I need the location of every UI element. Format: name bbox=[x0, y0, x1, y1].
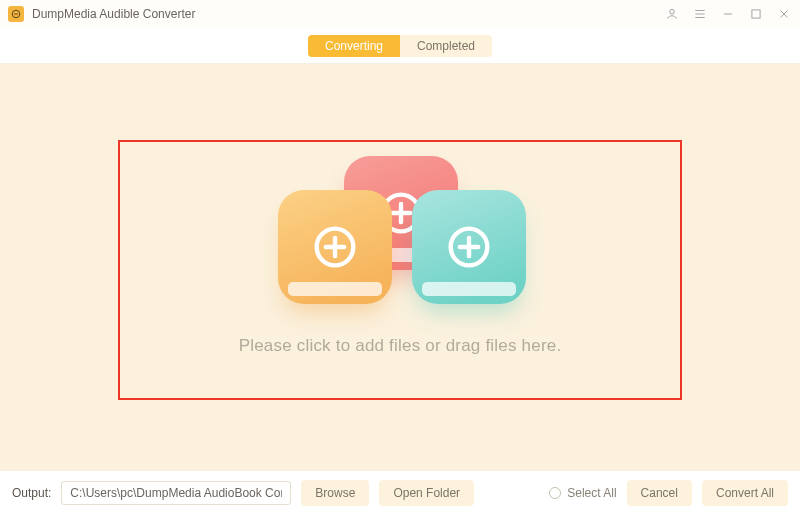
button-label: Cancel bbox=[641, 486, 678, 500]
footer: Output: Browse Open Folder Select All Ca… bbox=[0, 470, 800, 514]
select-all-toggle[interactable]: Select All bbox=[549, 486, 616, 500]
tab-label: Completed bbox=[417, 39, 475, 53]
main-area: Please click to add files or drag files … bbox=[0, 64, 800, 470]
menu-icon[interactable] bbox=[692, 6, 708, 22]
radio-icon bbox=[549, 487, 561, 499]
app-icon bbox=[8, 6, 24, 22]
window-controls bbox=[664, 6, 792, 22]
close-icon[interactable] bbox=[776, 6, 792, 22]
output-label: Output: bbox=[12, 486, 51, 500]
dropzone-hint: Please click to add files or drag files … bbox=[239, 336, 562, 356]
dropzone[interactable]: Please click to add files or drag files … bbox=[118, 140, 682, 400]
browse-button[interactable]: Browse bbox=[301, 480, 369, 506]
book-icon-orange bbox=[278, 190, 392, 304]
svg-rect-2 bbox=[752, 10, 760, 18]
books-illustration bbox=[260, 162, 540, 312]
account-icon[interactable] bbox=[664, 6, 680, 22]
select-all-label: Select All bbox=[567, 486, 616, 500]
open-folder-button[interactable]: Open Folder bbox=[379, 480, 474, 506]
cancel-button[interactable]: Cancel bbox=[627, 480, 692, 506]
output-path-input[interactable] bbox=[61, 481, 291, 505]
app-title: DumpMedia Audible Converter bbox=[32, 7, 195, 21]
tab-converting[interactable]: Converting bbox=[308, 35, 400, 57]
book-icon-teal bbox=[412, 190, 526, 304]
tabs-row: Converting Completed bbox=[0, 28, 800, 64]
maximize-icon[interactable] bbox=[748, 6, 764, 22]
titlebar: DumpMedia Audible Converter bbox=[0, 0, 800, 28]
convert-all-button[interactable]: Convert All bbox=[702, 480, 788, 506]
button-label: Browse bbox=[315, 486, 355, 500]
button-label: Open Folder bbox=[393, 486, 460, 500]
tab-completed[interactable]: Completed bbox=[400, 35, 492, 57]
minimize-icon[interactable] bbox=[720, 6, 736, 22]
tab-label: Converting bbox=[325, 39, 383, 53]
svg-point-1 bbox=[670, 9, 675, 14]
button-label: Convert All bbox=[716, 486, 774, 500]
